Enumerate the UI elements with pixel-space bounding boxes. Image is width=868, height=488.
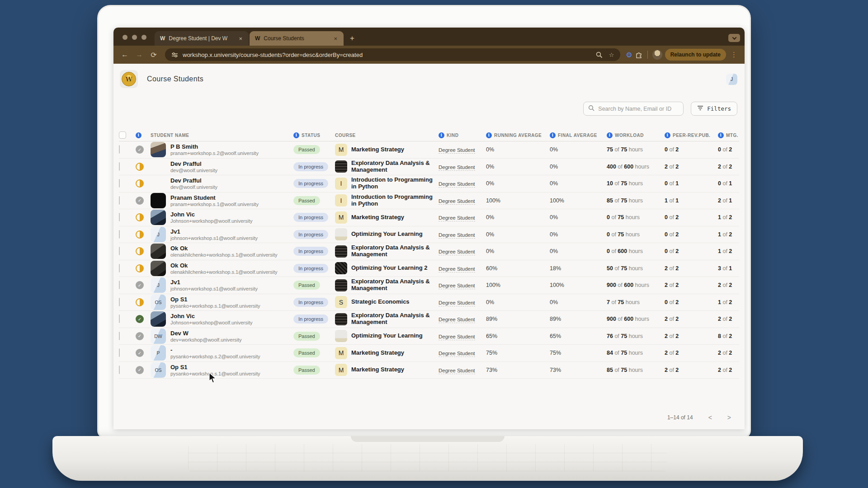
course-icon: M (335, 211, 347, 224)
info-icon[interactable]: i (439, 132, 444, 138)
row-checkbox[interactable] (119, 247, 120, 255)
student-email: johnson+workshop.s1@woolf.university (170, 286, 258, 291)
student-email: dev+workshop@woolf.university (170, 337, 242, 343)
student-avatar (151, 176, 166, 191)
window-close-button[interactable] (123, 35, 127, 40)
info-icon[interactable]: i (550, 132, 556, 138)
peer-done: 2 (665, 350, 668, 356)
unit-hours: hours (629, 248, 643, 254)
search-input[interactable] (598, 106, 679, 112)
peer-rev-value: 2 of 2 (665, 350, 718, 356)
peer-rev-value: 2 of 2 (665, 367, 718, 373)
peer-done: 2 (665, 164, 668, 170)
workload-done: 84 (607, 350, 613, 356)
mtg-value: 2 of 2 (718, 164, 739, 170)
row-checkbox[interactable] (119, 213, 120, 221)
workload-total: 600 (618, 248, 627, 254)
column-header-workload: WORKLOAD (615, 133, 644, 138)
unit-hours: hours (629, 180, 643, 187)
course-icon (335, 313, 347, 325)
user-avatar-button[interactable]: J (726, 74, 737, 85)
tab-course-students[interactable]: W Course Students × (250, 31, 344, 46)
tab-degree-student[interactable]: W Degree Student | Dev W × (155, 31, 249, 46)
tab-search-chevron-button[interactable] (728, 34, 740, 42)
zoom-icon[interactable] (596, 52, 603, 58)
address-bar[interactable]: workshop.x.university/course-students?or… (165, 48, 620, 61)
final-average-value: 0% (550, 180, 607, 187)
table-controls: Filters (119, 102, 739, 116)
app-logo[interactable]: W (120, 70, 138, 88)
tab-close-icon[interactable]: × (238, 35, 243, 42)
row-checkbox[interactable] (119, 264, 120, 272)
row-checkbox[interactable] (119, 298, 120, 306)
page-header: W Course Students J (119, 70, 739, 88)
workload-done: 85 (607, 197, 613, 204)
peer-done: 0 (665, 248, 668, 254)
status-badge: Passed (293, 348, 320, 357)
info-icon[interactable]: i (136, 132, 142, 138)
mtg-done: 2 (718, 164, 721, 170)
row-checkbox[interactable] (119, 332, 120, 340)
filters-button[interactable]: Filters (691, 102, 737, 116)
university-crest-icon: W (122, 72, 136, 86)
bookmark-star-icon[interactable]: ☆ (609, 52, 614, 58)
reload-button[interactable]: ⟳ (148, 49, 160, 61)
site-settings-icon[interactable] (171, 52, 178, 58)
back-button[interactable]: ← (119, 49, 131, 61)
student-email: Johnson+workshop@woolf.university (170, 218, 252, 224)
table-row: ✓ Pranam Student pranam+workshop.s.1@woo… (119, 192, 739, 210)
peer-done: 0 (665, 146, 668, 153)
info-icon[interactable]: i (718, 132, 724, 138)
table-row: ✓ John Vic Johnson+workshop@woolf.univer… (119, 311, 739, 328)
unit-of2: of (669, 299, 674, 305)
mtg-total: 2 (729, 350, 732, 356)
student-name: Jv1 (170, 279, 258, 286)
extension-gear-icon[interactable]: ⚙ (626, 51, 632, 59)
browser-menu-icon[interactable]: ⋮ (729, 51, 739, 59)
row-checkbox[interactable] (119, 179, 120, 188)
row-checkbox[interactable] (119, 230, 120, 239)
tab-favicon: W (160, 35, 165, 42)
search-box[interactable] (583, 102, 684, 116)
row-checkbox[interactable] (119, 348, 120, 357)
window-zoom-button[interactable] (142, 35, 146, 40)
extensions-puzzle-icon[interactable] (635, 51, 643, 59)
column-header-status: STATUS (302, 133, 321, 138)
pagination-next-icon[interactable]: > (727, 414, 731, 421)
row-checkbox[interactable] (119, 281, 120, 289)
row-checkbox[interactable] (119, 366, 120, 374)
forward-button[interactable]: → (133, 49, 145, 61)
select-all-checkbox[interactable] (119, 131, 126, 139)
completion-status-icon: ✓ (136, 145, 144, 154)
mtg-done: 2 (718, 197, 721, 204)
row-checkbox[interactable] (119, 145, 120, 154)
info-icon[interactable]: i (665, 132, 670, 138)
window-controls[interactable] (113, 35, 155, 46)
workload-total: 75 (621, 333, 627, 339)
new-tab-button[interactable]: + (344, 34, 361, 46)
relaunch-to-update-button[interactable]: Relaunch to update (665, 49, 726, 61)
student-avatar: DW (151, 328, 166, 344)
workload-done: 400 (607, 164, 616, 170)
pagination-prev-icon[interactable]: < (708, 414, 712, 421)
row-checkbox[interactable] (119, 196, 120, 205)
info-icon[interactable]: i (293, 132, 299, 138)
filter-icon (697, 105, 703, 112)
row-checkbox[interactable] (119, 162, 120, 171)
tab-close-icon[interactable]: × (333, 35, 338, 42)
unit-hours: hours (629, 146, 643, 153)
window-minimize-button[interactable] (132, 35, 137, 40)
row-checkbox[interactable] (119, 314, 120, 323)
running-average-value: 100% (486, 197, 550, 204)
peer-rev-value: 2 of 2 (665, 282, 718, 288)
workload-total: 75 (621, 197, 627, 204)
profile-avatar[interactable] (652, 50, 662, 60)
workload-value: 7 of 75 hours (607, 299, 665, 305)
info-icon[interactable]: i (486, 132, 492, 138)
peer-rev-value: 2 of 2 (665, 316, 718, 322)
peer-rev-value: 1 of 1 (665, 197, 718, 204)
student-name: Dev W (170, 330, 242, 337)
table-row: John Vic Johnson+workshop@woolf.universi… (119, 209, 739, 226)
unit-of3: of (722, 248, 727, 254)
info-icon[interactable]: i (607, 132, 613, 138)
